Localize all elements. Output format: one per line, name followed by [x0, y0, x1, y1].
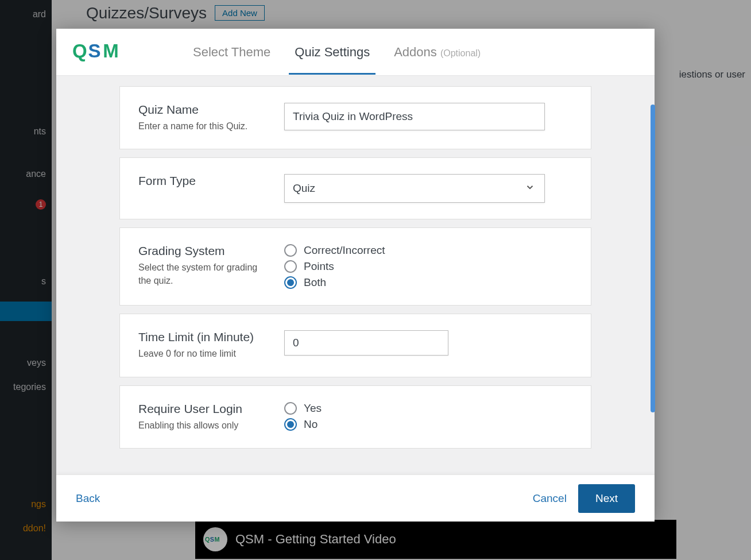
grading-sublabel: Select the system for grading the quiz. — [138, 261, 270, 287]
setting-grading-system: Grading System Select the system for gra… — [119, 227, 591, 306]
tab-label: Addons — [394, 45, 437, 59]
setting-require-login: Require User Login Enabling this allows … — [119, 385, 591, 449]
quiz-name-sublabel: Enter a name for this Quiz. — [138, 120, 270, 133]
modal-scrollbar[interactable] — [651, 105, 655, 412]
modal-header: Q S M Select Theme Quiz Settings Addons … — [56, 29, 655, 76]
form-type-select[interactable]: Quiz — [284, 174, 545, 203]
setting-quiz-name: Quiz Name Enter a name for this Quiz. — [119, 86, 591, 149]
svg-text:S: S — [88, 40, 101, 61]
time-limit-input[interactable] — [284, 330, 448, 356]
modal-tabs: Select Theme Quiz Settings Addons (Optio… — [193, 30, 481, 75]
time-limit-label: Time Limit (in Minute) — [138, 330, 270, 344]
form-type-value: Quiz — [293, 182, 315, 195]
svg-text:Q: Q — [72, 40, 87, 61]
setting-time-limit: Time Limit (in Minute) Leave 0 for no ti… — [119, 314, 591, 377]
require-login-yes[interactable]: Yes — [284, 402, 572, 415]
require-login-sublabel: Enabling this allows only — [138, 419, 270, 432]
tab-quiz-settings[interactable]: Quiz Settings — [295, 30, 370, 75]
radio-icon — [284, 260, 297, 273]
modal-body: Quiz Name Enter a name for this Quiz. Fo… — [56, 76, 655, 474]
qsm-logo-icon: Q S M — [72, 40, 136, 63]
tab-select-theme[interactable]: Select Theme — [193, 30, 270, 75]
modal-footer: Back Cancel Next — [56, 474, 655, 522]
radio-icon — [284, 418, 297, 431]
quiz-name-label: Quiz Name — [138, 103, 270, 117]
setting-form-type: Form Type Quiz — [119, 157, 591, 219]
grading-option-points[interactable]: Points — [284, 260, 572, 273]
require-login-radio-group: Yes No — [284, 402, 572, 431]
radio-label: Points — [304, 260, 334, 273]
radio-label: Correct/Incorrect — [304, 244, 385, 257]
radio-label: No — [304, 418, 318, 431]
grading-option-correct-incorrect[interactable]: Correct/Incorrect — [284, 244, 572, 257]
svg-text:M: M — [103, 40, 119, 61]
grading-option-both[interactable]: Both — [284, 276, 572, 289]
radio-icon — [284, 402, 297, 415]
time-limit-sublabel: Leave 0 for no time limit — [138, 347, 270, 360]
grading-label: Grading System — [138, 244, 270, 258]
require-login-no[interactable]: No — [284, 418, 572, 431]
next-button[interactable]: Next — [578, 484, 635, 513]
radio-icon — [284, 276, 297, 289]
tab-optional-label: (Optional) — [440, 48, 481, 58]
quiz-wizard-modal: Q S M Select Theme Quiz Settings Addons … — [56, 29, 655, 522]
qsm-logo: Q S M — [72, 40, 136, 65]
tab-addons[interactable]: Addons (Optional) — [394, 30, 481, 75]
chevron-down-icon — [525, 182, 535, 195]
cancel-button[interactable]: Cancel — [533, 492, 567, 505]
radio-icon — [284, 244, 297, 257]
radio-label: Yes — [304, 402, 322, 415]
back-button[interactable]: Back — [76, 492, 100, 505]
grading-radio-group: Correct/Incorrect Points Both — [284, 244, 572, 289]
radio-label: Both — [304, 276, 326, 289]
form-type-label: Form Type — [138, 174, 270, 188]
require-login-label: Require User Login — [138, 402, 270, 416]
quiz-name-input[interactable] — [284, 103, 545, 130]
